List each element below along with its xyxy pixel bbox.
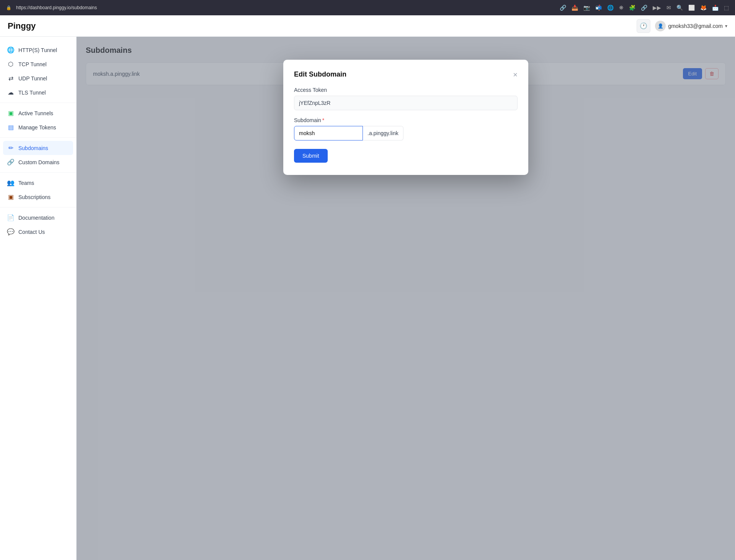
app-header: Pinggy 🕐 👤 gmoksh33@gmail.com ▾ xyxy=(0,15,735,37)
lock-icon: 🔒 xyxy=(6,5,11,10)
sidebar-item-subdomains[interactable]: ✏ Subdomains xyxy=(3,141,73,155)
sidebar-item-tcp-tunnel[interactable]: ⬡ TCP Tunnel xyxy=(0,57,76,71)
sidebar-item-subscriptions[interactable]: ▣ Subscriptions xyxy=(0,190,76,204)
tls-icon: ☁ xyxy=(7,89,15,96)
submit-button[interactable]: Submit xyxy=(294,149,328,163)
globe-icon: 🌐 xyxy=(7,46,15,54)
browser-url: https://dashboard.pinggy.io/subdomains xyxy=(16,5,97,10)
sidebar-label-http-tunnel: HTTP(S) Tunnel xyxy=(18,47,57,53)
sidebar-item-tls-tunnel[interactable]: ☁ TLS Tunnel xyxy=(0,85,76,100)
content-area: Subdomains moksh.a.pinggy.link Edit 🗑 xyxy=(77,37,735,560)
sidebar-nav-group-2: ▣ Active Tunnels ▤ Manage Tokens xyxy=(0,106,76,134)
app: Pinggy 🕐 👤 gmoksh33@gmail.com ▾ 🌐 HTTP(S… xyxy=(0,15,735,560)
subdomain-label: Subdomain* xyxy=(294,117,518,123)
header-clock-button[interactable]: 🕐 xyxy=(637,19,650,33)
sidebar-divider-1 xyxy=(0,103,76,103)
header-right: 🕐 👤 gmoksh33@gmail.com ▾ xyxy=(637,19,727,33)
browser-icon-6[interactable]: ❋ xyxy=(619,5,624,11)
access-token-label: Access Token xyxy=(294,87,518,93)
browser-icon-9[interactable]: ▶▶ xyxy=(653,5,661,11)
chevron-down-icon: ▾ xyxy=(725,23,727,29)
sidebar-item-manage-tokens[interactable]: ▤ Manage Tokens xyxy=(0,120,76,134)
browser-icon-8[interactable]: 🔗 xyxy=(641,5,647,11)
browser-icon-5[interactable]: 🌐 xyxy=(607,5,614,11)
sidebar-item-http-tunnel[interactable]: 🌐 HTTP(S) Tunnel xyxy=(0,43,76,57)
sidebar-item-teams[interactable]: 👥 Teams xyxy=(0,176,76,190)
subdomain-suffix: .a.pinggy.link xyxy=(363,126,403,140)
clock-icon: 🕐 xyxy=(640,22,647,29)
sidebar-divider-4 xyxy=(0,207,76,207)
sidebar-label-active-tunnels: Active Tunnels xyxy=(18,110,53,116)
sidebar-divider-3 xyxy=(0,172,76,173)
active-tunnels-icon: ▣ xyxy=(7,109,15,117)
sidebar-nav-group-3: ✏ Subdomains 🔗 Custom Domains xyxy=(0,141,76,169)
main-area: 🌐 HTTP(S) Tunnel ⬡ TCP Tunnel ⇄ UDP Tunn… xyxy=(0,37,735,560)
avatar: 👤 xyxy=(655,21,666,31)
browser-icon-10[interactable]: ✉ xyxy=(666,5,671,11)
sidebar-label-tls-tunnel: TLS Tunnel xyxy=(18,90,46,96)
browser-icon-7[interactable]: 🧩 xyxy=(629,5,635,11)
sidebar-label-subdomains: Subdomains xyxy=(18,145,48,151)
modal-close-button[interactable]: × xyxy=(513,71,518,78)
teams-icon: 👥 xyxy=(7,179,15,186)
subdomains-icon: ✏ xyxy=(7,144,15,152)
sidebar-label-teams: Teams xyxy=(18,180,34,186)
subdomain-group: Subdomain* .a.pinggy.link xyxy=(294,117,518,140)
tcp-icon: ⬡ xyxy=(7,60,15,68)
browser-icon-11[interactable]: 🔍 xyxy=(676,5,683,11)
user-menu[interactable]: 👤 gmoksh33@gmail.com ▾ xyxy=(655,21,727,31)
subscriptions-icon: ▣ xyxy=(7,193,15,201)
sidebar-label-contact-us: Contact Us xyxy=(18,229,45,235)
modal-header: Edit Subdomain × xyxy=(294,70,518,78)
sidebar-label-documentation: Documentation xyxy=(18,215,54,221)
sidebar-label-tcp-tunnel: TCP Tunnel xyxy=(18,61,47,67)
browser-icon-1[interactable]: 🔗 xyxy=(560,5,566,11)
required-indicator: * xyxy=(322,117,324,123)
sidebar-label-udp-tunnel: UDP Tunnel xyxy=(18,75,47,82)
browser-toolbar-icons: 🔗 📥 📷 📬 🌐 ❋ 🧩 🔗 ▶▶ ✉ 🔍 ⬜ 🦊 📩 ⬚ xyxy=(560,5,729,11)
browser-chrome: 🔒 https://dashboard.pinggy.io/subdomains… xyxy=(0,0,735,15)
sidebar-nav-group-5: 📄 Documentation 💬 Contact Us xyxy=(0,211,76,239)
access-token-input[interactable] xyxy=(294,96,518,110)
browser-icon-4[interactable]: 📬 xyxy=(595,5,602,11)
udp-icon: ⇄ xyxy=(7,75,15,82)
sidebar-item-contact-us[interactable]: 💬 Contact Us xyxy=(0,225,76,239)
contact-us-icon: 💬 xyxy=(7,228,15,235)
custom-domains-icon: 🔗 xyxy=(7,158,15,166)
sidebar: 🌐 HTTP(S) Tunnel ⬡ TCP Tunnel ⇄ UDP Tunn… xyxy=(0,37,77,560)
sidebar-divider-2 xyxy=(0,137,76,138)
sidebar-label-custom-domains: Custom Domains xyxy=(18,159,59,165)
subdomain-input-row: .a.pinggy.link xyxy=(294,126,518,140)
user-icon: 👤 xyxy=(658,23,663,29)
subdomain-input[interactable] xyxy=(294,126,363,140)
sidebar-item-custom-domains[interactable]: 🔗 Custom Domains xyxy=(0,155,76,169)
sidebar-nav-group-4: 👥 Teams ▣ Subscriptions xyxy=(0,176,76,204)
sidebar-label-subscriptions: Subscriptions xyxy=(18,194,51,200)
sidebar-nav-group-1: 🌐 HTTP(S) Tunnel ⬡ TCP Tunnel ⇄ UDP Tunn… xyxy=(0,43,76,100)
documentation-icon: 📄 xyxy=(7,214,15,221)
browser-icon-2[interactable]: 📥 xyxy=(572,5,578,11)
edit-subdomain-modal: Edit Subdomain × Access Token Subdomain* xyxy=(283,60,528,175)
browser-icon-15[interactable]: ⬚ xyxy=(724,5,729,11)
modal-title: Edit Subdomain xyxy=(294,70,346,78)
manage-tokens-icon: ▤ xyxy=(7,124,15,131)
sidebar-item-documentation[interactable]: 📄 Documentation xyxy=(0,211,76,225)
sidebar-item-udp-tunnel[interactable]: ⇄ UDP Tunnel xyxy=(0,71,76,85)
browser-icon-12[interactable]: ⬜ xyxy=(688,5,695,11)
user-email: gmoksh33@gmail.com xyxy=(668,23,723,29)
sidebar-label-manage-tokens: Manage Tokens xyxy=(18,124,56,131)
browser-icon-3[interactable]: 📷 xyxy=(583,5,590,11)
access-token-group: Access Token xyxy=(294,87,518,110)
modal-overlay: Edit Subdomain × Access Token Subdomain* xyxy=(77,37,735,560)
sidebar-item-active-tunnels[interactable]: ▣ Active Tunnels xyxy=(0,106,76,120)
app-logo: Pinggy xyxy=(8,21,36,31)
browser-icon-14[interactable]: 📩 xyxy=(712,5,719,11)
browser-icon-13[interactable]: 🦊 xyxy=(700,5,707,11)
